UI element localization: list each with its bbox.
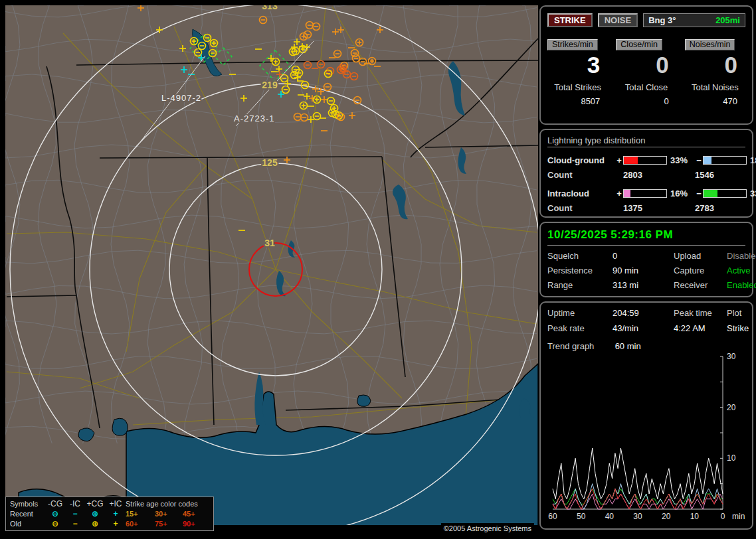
x-tick-label: 0: [721, 512, 725, 521]
minus-icon: −: [66, 519, 84, 528]
minus-icon: −: [66, 509, 84, 518]
strikes-per-min-chip[interactable]: Strikes/min: [547, 39, 598, 50]
cg-plus-pct: 33%: [667, 155, 695, 165]
legend-header-row: Symbols -CG -IC +CG +IC Strike age color…: [10, 499, 209, 508]
ic-minus-count: 2783: [695, 203, 756, 213]
legend-row-old: Old ⊖ − ⊕ + 60+ 75+ 90+: [10, 518, 209, 528]
minus-icon: −: [695, 189, 703, 198]
minus-icon: −: [695, 155, 703, 165]
upload-status: Disabled: [727, 251, 756, 261]
uptime-label: Uptime: [547, 308, 613, 318]
intracloud-label: Intracloud: [547, 189, 615, 198]
strikes-per-min-value: 3: [547, 52, 608, 78]
legend-header-nic: -IC: [66, 499, 84, 508]
trend-graph-chart: 1020306050403020100min: [547, 352, 745, 522]
y-tick-label: 10: [727, 453, 736, 463]
persistence-value: 90 min: [613, 266, 674, 275]
plus-icon: +: [106, 519, 126, 528]
peak-time-value: 4:22 AM: [674, 323, 727, 333]
legend-header-ages: Strike age color codes: [126, 500, 209, 508]
total-noises-value: 470: [685, 96, 745, 106]
trend-series-ic: [553, 494, 723, 509]
legend-header-symbols: Symbols: [10, 500, 45, 508]
copyright-text: ©2005 Astrogenic Systems: [441, 523, 534, 534]
total-close-label: Total Close: [616, 82, 676, 92]
trend-series-ic: [553, 489, 723, 504]
ic-plus-pct: 16%: [667, 189, 695, 198]
status-panel: 10/25/2025 5:29:16 PM Squelch 0 Upload D…: [539, 222, 753, 297]
intracloud-row: Intracloud + 16% − 33%: [547, 186, 745, 200]
capture-label: Capture: [674, 266, 727, 275]
ic-minus-pct: 33%: [747, 189, 756, 198]
circled-minus-icon: ⊖: [45, 519, 66, 528]
plot-mode-value: Strike: [727, 323, 749, 333]
ring-label-219: 219: [262, 80, 278, 90]
capture-status: Active: [727, 266, 756, 275]
noises-per-min-chip[interactable]: Noises/min: [685, 39, 735, 50]
cloud-ground-label: Cloud-ground: [547, 155, 615, 165]
cg-minus-pct: 18%: [747, 155, 756, 165]
side-panel: STRIKE NOISE Bng 3° 205mi Strikes/min 3 …: [539, 5, 753, 534]
cg-count-label: Count: [547, 170, 623, 180]
x-tick-label: 60: [548, 512, 557, 521]
circled-minus-icon: ⊖: [45, 509, 66, 518]
squelch-value: 0: [613, 251, 674, 261]
ring-label-31: 31: [264, 238, 275, 248]
cg-minus-bar: [703, 156, 747, 165]
ring-label-313: 313: [262, 5, 278, 11]
close-per-min-value: 0: [616, 52, 676, 78]
cloud-ground-count-row: Count 2803 1546: [547, 167, 745, 182]
legend-label-recent: Recent: [10, 510, 45, 518]
age-badge-30: 30+: [155, 510, 183, 518]
x-tick-label: 30: [633, 512, 642, 521]
cg-minus-count: 1546: [695, 170, 756, 180]
cg-plus-bar: [623, 156, 667, 165]
total-noises-label: Total Noises: [685, 82, 745, 92]
close-per-min-chip[interactable]: Close/min: [616, 39, 662, 50]
receiver-status: Enabled: [727, 280, 756, 290]
peak-rate-label: Peak rate: [547, 323, 613, 333]
map-legend: Symbols -CG -IC +CG +IC Strike age color…: [5, 497, 214, 531]
distribution-title: Lightning type distribution: [547, 135, 745, 147]
x-tick-label: 10: [690, 512, 700, 521]
cg-plus-count: 2803: [623, 170, 695, 180]
total-strikes-value: 8507: [547, 96, 608, 106]
upload-label: Upload: [674, 251, 727, 261]
trend-graph-label: Trend graph: [547, 341, 613, 351]
range-label: Range: [547, 280, 613, 290]
intracloud-count-row: Count 1375 2783: [547, 200, 745, 215]
total-close-value: 0: [616, 96, 676, 106]
storm-cell-id-label: L-4907-2: [161, 93, 201, 103]
noises-per-min-value: 0: [685, 52, 745, 78]
persistence-label: Persistence: [547, 266, 613, 275]
age-badge-90: 90+: [183, 520, 209, 528]
age-badge-75: 75+: [155, 520, 183, 528]
trend-graph-window: 60 min: [615, 341, 641, 351]
total-strikes-label: Total Strikes: [547, 82, 608, 92]
plus-icon: +: [615, 155, 623, 165]
squelch-label: Squelch: [547, 251, 613, 261]
peak-time-label: Peak time: [674, 308, 727, 318]
peak-rate-value: 43/min: [613, 323, 674, 333]
strike-toggle-button[interactable]: STRIKE: [547, 13, 593, 27]
map-display[interactable]: L-4907-2A-2723-1 313 219 125 31 Symbols …: [5, 5, 538, 534]
bearing-label: Bng 3°: [648, 15, 676, 25]
datetime-display: 10/25/2025 5:29:16 PM: [547, 228, 745, 246]
circled-plus-icon: ⊕: [84, 509, 106, 518]
ic-plus-bar: [623, 189, 667, 198]
bearing-readout: Bng 3° 205mi: [643, 13, 745, 27]
trend-series-totalstrikes: [553, 448, 723, 499]
x-axis-unit: min: [732, 512, 745, 521]
ic-plus-count: 1375: [623, 203, 695, 213]
x-tick-label: 20: [662, 512, 671, 521]
uptime-value: 204:59: [613, 308, 674, 318]
legend-label-old: Old: [10, 520, 45, 528]
plus-icon: +: [106, 509, 126, 518]
noise-toggle-button[interactable]: NOISE: [598, 13, 638, 27]
age-badge-15: 15+: [126, 510, 155, 518]
storm-cell-id-label: A-2723-1: [234, 114, 274, 123]
ring-label-125: 125: [262, 157, 278, 168]
legend-header-pic: +IC: [106, 499, 126, 508]
lightning-map[interactable]: L-4907-2A-2723-1 313 219 125 31: [5, 5, 538, 534]
x-tick-label: 40: [605, 512, 614, 521]
